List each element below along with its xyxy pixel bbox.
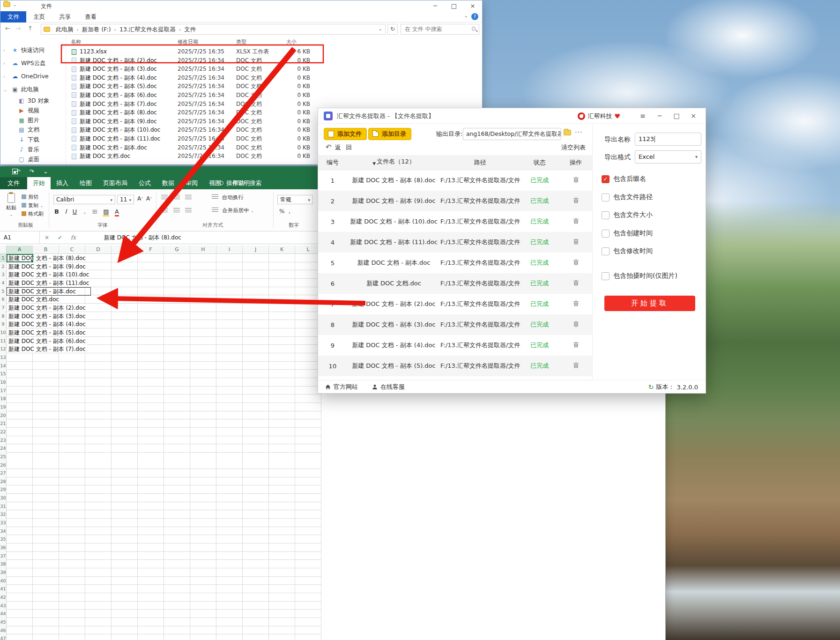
row-header-16[interactable]: 16 [0,378,6,387]
minimize-button[interactable]: ─ [651,108,668,124]
column-header-size[interactable]: 大小 [286,38,297,45]
select-all-corner[interactable] [0,246,7,254]
delete-row-button[interactable] [559,259,592,267]
menu-tab-share[interactable]: 共享 [52,11,78,22]
align-right-icon[interactable] [185,208,192,213]
row-header-10[interactable]: 10 [0,328,6,337]
row-header-26[interactable]: 26 [0,461,6,469]
extract-row-3[interactable]: 3 新建 DOC 文档 - 副本 (10).doc F:/13.汇帮文件名提取器… [318,211,592,232]
excel-tab-5[interactable]: 公式 [133,177,156,189]
chevron-down-icon[interactable]: ⌄ [13,2,17,7]
sidebar-item-quick-access-star[interactable]: › ★ 快速访问 [0,44,66,57]
delete-row-button[interactable] [559,279,592,288]
sidebar-item-onedrive-cloud[interactable]: › ☁ OneDrive [0,70,66,83]
wrap-text-button[interactable]: 自动换行 [212,194,244,201]
row-header-47[interactable]: 47 [0,634,6,640]
row-header-36[interactable]: 36 [0,543,6,552]
maximize-button[interactable]: □ [668,108,685,124]
row-header-23[interactable]: 23 [0,436,6,445]
excel-tab-3[interactable]: 绘图 [74,177,97,189]
column-header-G[interactable]: G [164,246,190,254]
row-header-1[interactable]: 1 [0,254,6,262]
row-header-20[interactable]: 20 [0,411,6,420]
cell-a2[interactable]: 新建 DOC 文档 - 副本 (9).doc [7,263,87,270]
column-header-name[interactable]: 名称 [71,38,81,45]
delete-row-button[interactable] [559,300,592,308]
option-include-extension[interactable]: ✓ 包含后缀名 [602,174,646,184]
option-include-created-time[interactable]: 包含创建时间 [602,229,653,238]
row-header-41[interactable]: 41 [0,585,6,593]
row-header-28[interactable]: 28 [0,477,6,486]
file-row[interactable]: 新建 DOC 文档 - 副本 (4).doc 2025/7/25 16:34 D… [66,74,482,82]
breadcrumb-item[interactable]: 此电脑 [52,24,77,34]
row-header-38[interactable]: 38 [0,560,6,568]
cut-button[interactable]: 剪切 [22,193,38,201]
browse-button[interactable]: ... [575,127,582,134]
breadcrumb-item[interactable]: 文件 [181,24,199,34]
row-header-9[interactable]: 9 [0,320,6,328]
column-header-F[interactable]: F [138,246,164,254]
checkbox-icon[interactable] [602,247,610,255]
output-dir-input[interactable]: ang168/Desktop/汇帮文件名提取器 [463,128,561,140]
open-output-folder-icon[interactable] [564,130,571,135]
row-header-27[interactable]: 27 [0,469,6,477]
excel-tab-2[interactable]: 插入 [51,177,74,189]
checkbox-icon[interactable] [602,272,610,280]
cell-a11[interactable]: 新建 DOC 文档 - 副本 (6).doc [7,337,87,345]
italic-button[interactable]: I [65,208,67,215]
help-icon[interactable]: ? [471,13,478,20]
delete-row-button[interactable] [559,362,592,370]
option-include-shot-time[interactable]: 包含拍摄时间(仅图片) [602,271,677,281]
formula-input[interactable]: 新建 DOC 文档 - 副本 (8).doc [104,231,181,244]
collapse-ribbon-icon[interactable]: ⌄ [464,13,468,18]
shrink-font-button[interactable]: A˅ [146,195,152,202]
row-header-25[interactable]: 25 [0,453,6,461]
row-header-12[interactable]: 12 [0,345,6,353]
extract-row-5[interactable]: 5 新建 DOC 文档 - 副本.doc F:/13.汇帮文件名提取器/文件/新… [318,253,592,273]
file-row[interactable]: 新建 DOC 文档 - 副本 (3).doc 2025/7/25 16:34 D… [66,65,482,74]
extract-row-7[interactable]: 7 新建 DOC 文档 - 副本 (2).doc F:/13.汇帮文件名提取器/… [318,294,592,314]
delete-row-button[interactable] [559,341,592,350]
row-header-6[interactable]: 6 [0,295,6,304]
sidebar-item-videos[interactable]: ▶ 视频 [0,106,66,116]
extract-row-4[interactable]: 4 新建 DOC 文档 - 副本 (11).doc F:/13.汇帮文件名提取器… [318,232,592,253]
row-header-39[interactable]: 39 [0,568,6,577]
column-header-A[interactable]: A [7,246,33,254]
online-support-link[interactable]: 在线客服 [372,380,405,394]
menu-tab-home[interactable]: 主页 [26,11,52,22]
row-header-44[interactable]: 44 [0,610,6,618]
cell-a4[interactable]: 新建 DOC 文档 - 副本 (11).doc [7,279,90,287]
cell-a3[interactable]: 新建 DOC 文档 - 副本 (10).doc [7,271,90,278]
address-box[interactable]: 此电脑›新加卷 (F:)›13.汇帮文件名提取器›文件 ⌄ [41,24,386,35]
excel-tab-7[interactable]: 审阅 [180,177,203,189]
row-header-2[interactable]: 2 [0,262,6,271]
row-header-43[interactable]: 43 [0,602,6,610]
row-header-8[interactable]: 8 [0,312,6,320]
checkbox-icon[interactable] [602,211,610,219]
font-size-select[interactable]: 11▾ [117,195,134,204]
minimize-button[interactable]: ─ [426,0,445,11]
percent-style-button[interactable]: % [279,208,284,215]
borders-button[interactable]: ⊞ [92,208,97,215]
row-header-22[interactable]: 22 [0,428,6,436]
row-header-30[interactable]: 30 [0,494,6,502]
tell-me-search[interactable]: 操作说明搜索 [219,177,261,189]
back-button[interactable]: 返 回 [335,140,353,155]
extract-row-9[interactable]: 9 新建 DOC 文档 - 副本 (4).doc F:/13.汇帮文件名提取器/… [318,335,592,356]
column-header-C[interactable]: C [59,246,85,254]
column-header-D[interactable]: D [85,246,112,254]
row-header-24[interactable]: 24 [0,444,6,453]
delete-row-button[interactable] [559,238,592,246]
back-button[interactable]: ← [5,25,10,32]
row-header-42[interactable]: 42 [0,593,6,602]
close-button[interactable]: × [685,108,702,124]
file-row[interactable]: 新建 DOC 文档 - 副本 (6).doc 2025/7/25 16:34 D… [66,91,482,100]
breadcrumb-item[interactable]: 13.汇帮文件名提取器 [116,24,179,34]
sidebar-item-documents[interactable]: ▤ 文档 [0,125,66,135]
column-header-K[interactable]: K [269,246,295,254]
export-name-input[interactable]: 1123 [635,133,701,146]
align-top-icon[interactable] [161,195,168,200]
copy-button[interactable]: 复制 ⌄ [22,201,43,209]
delete-row-button[interactable] [559,217,592,226]
row-header-45[interactable]: 45 [0,618,6,626]
